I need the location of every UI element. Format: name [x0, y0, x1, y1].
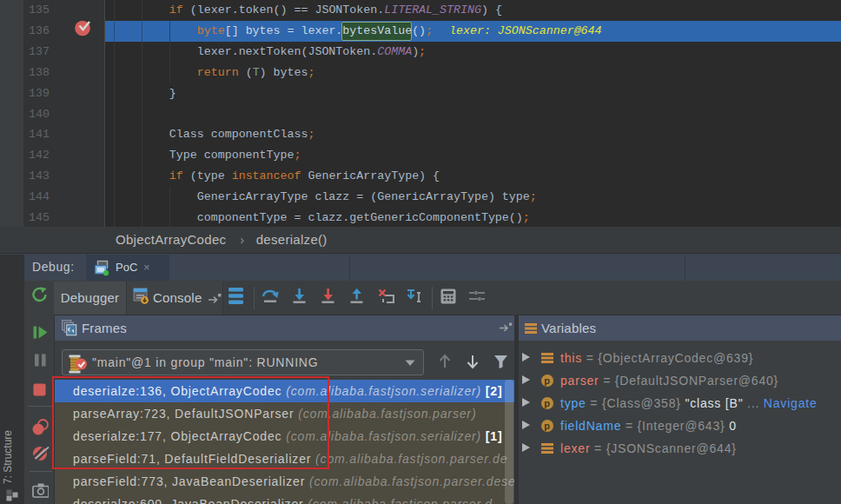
svg-text:p: p — [544, 398, 551, 408]
svg-text:p: p — [544, 421, 551, 431]
svg-text:p: p — [544, 375, 551, 386]
